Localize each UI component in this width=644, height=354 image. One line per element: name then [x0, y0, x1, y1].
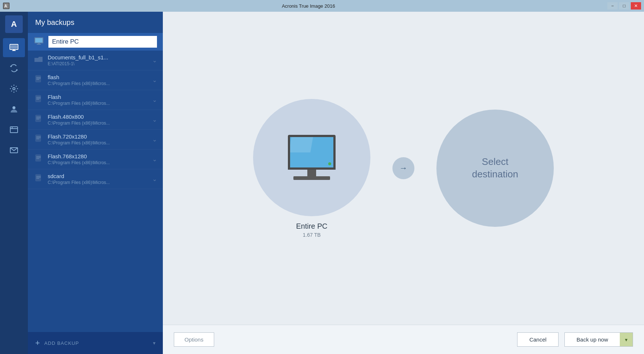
cancel-button[interactable]: Cancel — [517, 332, 559, 347]
arrow-circle: → — [392, 157, 414, 179]
monitor-stand-icon — [307, 170, 316, 176]
file-icon — [34, 174, 43, 185]
svg-point-7 — [12, 106, 15, 109]
item-name: Flash.480x800 — [48, 114, 148, 120]
screen-display — [290, 137, 333, 167]
list-item[interactable]: Flash C:\Program Files (x86)\Micros... ⌄ — [28, 90, 163, 110]
svg-rect-28 — [36, 135, 41, 141]
pc-icon — [34, 36, 44, 48]
item-path: C:\Program Files (x86)\Micros... — [48, 101, 148, 106]
monitor-base-icon — [293, 176, 330, 180]
close-button[interactable]: ✕ — [631, 2, 641, 10]
item-name: flash — [48, 74, 148, 80]
item-chevron-icon: ⌄ — [152, 96, 157, 103]
minimize-button[interactable]: − — [607, 2, 618, 10]
item-name: sdcard — [48, 173, 148, 179]
item-name: Flash.720x1280 — [48, 133, 148, 140]
source-circle[interactable] — [253, 99, 370, 216]
nav-explore[interactable] — [3, 120, 25, 139]
titlebar-left: A — [3, 3, 10, 9]
bottom-bar: Options Cancel Back up now ▾ — [163, 325, 644, 354]
file-icon — [34, 134, 43, 145]
item-text: Documents_full_b1_s1... E:\ATI2015-1\ — [48, 54, 148, 66]
add-backup-button[interactable]: + ADD BACKUP ▾ — [28, 332, 163, 354]
list-item[interactable]: Flash.480x800 C:\Program Files (x86)\Mic… — [28, 110, 163, 130]
file-icon — [34, 75, 43, 86]
sidebar-list: Documents_full_b1_s1... E:\ATI2015-1\ ⌄ … — [28, 51, 163, 332]
sidebar: My backups Documents_full_b1_s1... E:\AT… — [28, 12, 163, 354]
item-chevron-icon: ⌄ — [152, 136, 157, 143]
restore-button[interactable]: □ — [619, 2, 629, 10]
icon-bar: A — [0, 12, 28, 354]
svg-rect-5 — [13, 49, 15, 51]
titlebar: A Acronis True Image 2016 − □ ✕ — [0, 0, 644, 12]
destination-label: Selectdestination — [472, 156, 518, 181]
item-name: Flash — [48, 94, 148, 100]
list-item[interactable]: Flash.768x1280 C:\Program Files (x86)\Mi… — [28, 150, 163, 169]
svg-rect-20 — [36, 95, 41, 102]
destination-circle[interactable]: Selectdestination — [436, 110, 554, 227]
svg-rect-36 — [36, 174, 41, 181]
file-icon — [34, 154, 43, 165]
item-text: Flash.480x800 C:\Program Files (x86)\Mic… — [48, 114, 148, 126]
item-chevron-icon: ⌄ — [152, 116, 157, 123]
list-item[interactable]: flash C:\Program Files (x86)\Micros... ⌄ — [28, 70, 163, 90]
nav-account[interactable] — [3, 100, 25, 119]
item-chevron-icon: ⌄ — [152, 77, 157, 84]
item-path: C:\Program Files (x86)\Micros... — [48, 81, 148, 86]
nav-email[interactable] — [3, 141, 25, 160]
back-up-now-button[interactable]: Back up now — [565, 333, 620, 346]
item-text: sdcard C:\Program Files (x86)\Micros... — [48, 173, 148, 185]
nav-sync[interactable] — [3, 59, 25, 78]
source-label: Entire PC 1.67 TB — [296, 222, 328, 238]
source-size: 1.67 TB — [296, 232, 328, 238]
svg-rect-13 — [35, 38, 43, 43]
item-path: E:\ATI2015-1\ — [48, 61, 148, 66]
backup-dropdown-button[interactable]: ▾ — [620, 333, 633, 346]
item-path: C:\Program Files (x86)\Micros... — [48, 121, 148, 126]
svg-rect-8 — [10, 127, 18, 133]
svg-rect-15 — [37, 44, 41, 45]
add-icon: + — [35, 338, 40, 348]
sidebar-header: My backups — [28, 12, 163, 33]
list-item[interactable]: Flash.720x1280 C:\Program Files (x86)\Mi… — [28, 130, 163, 150]
power-indicator-icon — [328, 162, 331, 165]
titlebar-controls: − □ ✕ — [607, 2, 641, 10]
nav-backup[interactable] — [3, 38, 25, 57]
source-name: Entire PC — [296, 222, 328, 231]
item-path: C:\Program Files (x86)\Micros... — [48, 180, 148, 185]
svg-rect-24 — [36, 115, 41, 122]
backup-canvas: Entire PC 1.67 TB → Selectdestination — [163, 12, 644, 325]
item-text: flash C:\Program Files (x86)\Micros... — [48, 74, 148, 86]
app-logo: A — [5, 15, 23, 33]
list-item[interactable]: sdcard C:\Program Files (x86)\Micros... … — [28, 169, 163, 189]
arrow-icon: → — [399, 163, 407, 173]
item-name: Documents_full_b1_s1... — [48, 54, 148, 60]
monitor-icon — [288, 135, 336, 170]
titlebar-logo-icon: A — [3, 3, 10, 9]
svg-text:A: A — [4, 4, 7, 8]
svg-rect-32 — [36, 155, 41, 161]
footer-chevron-icon: ▾ — [153, 340, 155, 346]
backup-button-group: Back up now ▾ — [564, 332, 633, 347]
app-body: A My backups — [0, 12, 644, 354]
entire-pc-graphic — [288, 135, 336, 180]
titlebar-title: Acronis True Image 2016 — [10, 3, 607, 9]
svg-rect-16 — [36, 75, 41, 82]
folder-icon — [34, 55, 43, 66]
item-text: Flash.720x1280 C:\Program Files (x86)\Mi… — [48, 133, 148, 145]
main-content: Entire PC 1.67 TB → Selectdestination Op… — [163, 12, 644, 354]
sidebar-active-item — [28, 33, 163, 51]
add-backup-label: ADD BACKUP — [44, 340, 79, 346]
item-chevron-icon: ⌄ — [152, 57, 157, 64]
nav-tools[interactable] — [3, 79, 25, 98]
svg-point-6 — [13, 88, 15, 90]
options-button[interactable]: Options — [174, 332, 214, 347]
source-wrap: Entire PC 1.67 TB — [253, 99, 370, 238]
svg-rect-14 — [38, 43, 40, 44]
sidebar-title: My backups — [35, 18, 74, 27]
file-icon — [34, 95, 43, 106]
list-item[interactable]: Documents_full_b1_s1... E:\ATI2015-1\ ⌄ — [28, 51, 163, 70]
item-name: Flash.768x1280 — [48, 153, 148, 159]
backup-name-input[interactable] — [48, 36, 157, 48]
